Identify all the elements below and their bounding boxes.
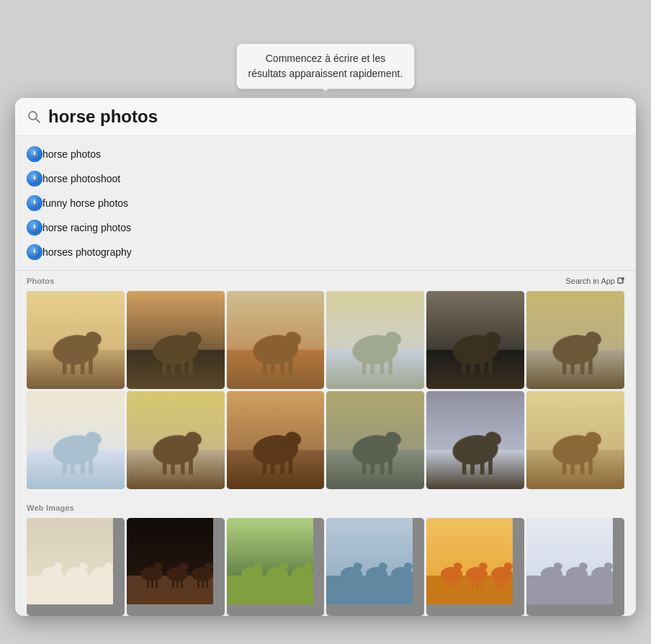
- photo-thumbnail[interactable]: [227, 291, 325, 389]
- tooltip-line1: Commencez à écrire et les: [266, 53, 386, 64]
- web-image-thumbnail[interactable]: [426, 518, 524, 616]
- photo-thumbnail[interactable]: [227, 391, 325, 489]
- svg-point-21: [34, 227, 35, 228]
- web-image-thumbnail[interactable]: [127, 518, 225, 616]
- photo-thumbnail[interactable]: [326, 391, 424, 489]
- photo-thumbnail[interactable]: [27, 291, 125, 389]
- tooltip: Commencez à écrire et les résultats appa…: [236, 43, 416, 89]
- web-images-grid: [15, 515, 636, 616]
- photo-thumbnail[interactable]: [426, 291, 524, 389]
- photo-thumbnail[interactable]: [127, 391, 225, 489]
- photo-thumbnail[interactable]: [526, 391, 624, 489]
- photos-section-header: Photos Search in App: [15, 271, 636, 288]
- svg-point-6: [34, 153, 35, 155]
- web-image-thumbnail[interactable]: [526, 518, 624, 616]
- suggestion-item[interactable]: horse photos: [15, 142, 636, 166]
- photo-thumbnail[interactable]: [526, 291, 624, 389]
- photos-section-title: Photos: [27, 277, 55, 285]
- svg-point-26: [34, 251, 35, 253]
- suggestions-list: horse photos horse photoshoot: [15, 136, 636, 271]
- spotlight-window: horse photos horse photoshoot: [15, 98, 636, 616]
- web-images-section-header: Web Images: [15, 498, 636, 515]
- svg-point-16: [34, 202, 35, 204]
- suggestion-item[interactable]: funny horse photos: [15, 191, 636, 215]
- web-image-thumbnail[interactable]: [326, 518, 424, 616]
- suggestion-item[interactable]: horse racing photos: [15, 215, 636, 240]
- web-image-thumbnail[interactable]: [227, 518, 325, 616]
- photos-grid: [15, 288, 636, 498]
- photo-thumbnail[interactable]: [27, 391, 125, 489]
- suggestion-item[interactable]: horse photoshoot: [15, 166, 636, 191]
- web-images-section-title: Web Images: [27, 504, 74, 512]
- search-input[interactable]: [48, 107, 624, 127]
- svg-line-1: [36, 119, 40, 122]
- suggestion-item[interactable]: horses photography: [15, 240, 636, 264]
- photo-thumbnail[interactable]: [426, 391, 524, 489]
- search-in-app-button[interactable]: Search in App: [566, 277, 625, 285]
- web-image-thumbnail[interactable]: [27, 518, 125, 616]
- svg-point-11: [34, 178, 35, 179]
- photo-thumbnail[interactable]: [326, 291, 424, 389]
- tooltip-line2: résultats apparaissent rapidement.: [248, 68, 403, 79]
- search-bar: [15, 98, 636, 136]
- photo-thumbnail[interactable]: [127, 291, 225, 389]
- web-images-section: Web Images: [15, 498, 636, 616]
- search-icon: [27, 109, 41, 124]
- photos-section: Photos Search in App: [15, 271, 636, 498]
